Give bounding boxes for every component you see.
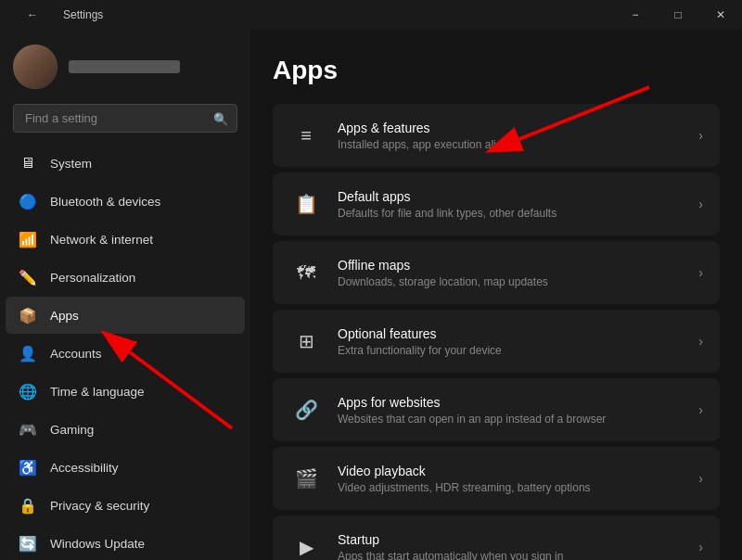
sidebar-item-label-gaming: Gaming: [50, 423, 94, 437]
sidebar-item-label-personalization: Personalization: [50, 271, 135, 285]
card-subtitle-apps-websites: Websites that can open in an app instead…: [338, 413, 606, 426]
chevron-icon-video-playback: ›: [698, 471, 703, 486]
card-apps-features[interactable]: ≡Apps & featuresInstalled apps, app exec…: [273, 104, 720, 167]
update-icon: 🔄: [19, 534, 37, 553]
back-button[interactable]: ←: [11, 0, 54, 30]
card-startup[interactable]: ▶StartupApps that start automatically wh…: [273, 515, 720, 560]
card-icon-startup: ▶: [289, 530, 323, 560]
sidebar-item-system[interactable]: 🖥System: [6, 145, 245, 182]
maximize-button[interactable]: □: [657, 0, 699, 30]
card-left-startup: ▶StartupApps that start automatically wh…: [289, 530, 563, 560]
card-apps-websites[interactable]: 🔗Apps for websitesWebsites that can open…: [273, 378, 720, 441]
card-left-apps-websites: 🔗Apps for websitesWebsites that can open…: [289, 393, 606, 426]
card-video-playback[interactable]: 🎬Video playbackVideo adjustments, HDR st…: [273, 447, 720, 510]
time-icon: 🌐: [19, 382, 37, 401]
titlebar-left: ← Settings: [11, 0, 103, 30]
card-default-apps[interactable]: 📋Default appsDefaults for file and link …: [273, 172, 720, 235]
card-icon-apps-features: ≡: [289, 119, 323, 152]
card-left-optional-features: ⊞Optional featuresExtra functionality fo…: [289, 325, 502, 358]
card-text-offline-maps: Offline mapsDownloads, storage location,…: [338, 258, 548, 288]
card-subtitle-default-apps: Defaults for file and link types, other …: [338, 207, 556, 220]
card-title-apps-features: Apps & features: [338, 121, 519, 135]
card-left-default-apps: 📋Default appsDefaults for file and link …: [289, 187, 556, 221]
card-text-video-playback: Video playbackVideo adjustments, HDR str…: [338, 464, 591, 494]
sidebar-item-label-update: Windows Update: [50, 537, 145, 551]
sidebar-item-time[interactable]: 🌐Time & language: [6, 373, 245, 410]
apps-icon: 📦: [19, 306, 37, 325]
privacy-icon: 🔒: [19, 496, 37, 515]
sidebar-item-label-accounts: Accounts: [50, 347, 102, 361]
avatar-image: [13, 45, 58, 89]
sidebar-item-label-bluetooth: Bluetooth & devices: [50, 195, 160, 209]
chevron-icon-offline-maps: ›: [698, 265, 703, 280]
card-text-startup: StartupApps that start automatically whe…: [338, 532, 563, 561]
personalization-icon: ✏️: [19, 268, 37, 286]
bluetooth-icon: 🔵: [19, 192, 37, 210]
gaming-icon: 🎮: [19, 420, 37, 439]
card-icon-video-playback: 🎬: [289, 462, 323, 495]
sidebar-item-update[interactable]: 🔄Windows Update: [6, 525, 245, 560]
card-subtitle-video-playback: Video adjustments, HDR streaming, batter…: [338, 481, 591, 494]
card-icon-apps-websites: 🔗: [289, 393, 323, 426]
sidebar-item-privacy[interactable]: 🔒Privacy & security: [6, 487, 245, 524]
card-title-video-playback: Video playback: [338, 464, 591, 478]
chevron-icon-startup: ›: [698, 540, 703, 554]
cards-container: ≡Apps & featuresInstalled apps, app exec…: [273, 104, 720, 560]
search-input[interactable]: [13, 104, 237, 133]
sidebar-item-accessibility[interactable]: ♿Accessibility: [6, 449, 245, 486]
titlebar-controls: − □ ✕: [614, 0, 742, 30]
chevron-icon-apps-features: ›: [698, 128, 703, 143]
card-left-offline-maps: 🗺Offline mapsDownloads, storage location…: [289, 256, 548, 289]
search-box: 🔍: [13, 104, 237, 133]
chevron-icon-apps-websites: ›: [698, 402, 703, 417]
sidebar-item-accounts[interactable]: 👤Accounts: [6, 335, 245, 372]
sidebar-item-network[interactable]: 📶Network & internet: [6, 221, 245, 258]
close-button[interactable]: ✕: [699, 0, 742, 30]
username: [69, 60, 180, 73]
sidebar-item-label-time: Time & language: [50, 385, 145, 399]
card-subtitle-optional-features: Extra functionality for your device: [338, 344, 502, 357]
sidebar-item-personalization[interactable]: ✏️Personalization: [6, 259, 245, 296]
card-title-default-apps: Default apps: [338, 189, 556, 204]
card-title-startup: Startup: [338, 532, 563, 547]
card-text-optional-features: Optional featuresExtra functionality for…: [338, 326, 502, 357]
user-profile: [0, 30, 250, 100]
sidebar-item-bluetooth[interactable]: 🔵Bluetooth & devices: [6, 183, 245, 220]
card-offline-maps[interactable]: 🗺Offline mapsDownloads, storage location…: [273, 241, 720, 304]
card-subtitle-offline-maps: Downloads, storage location, map updates: [338, 275, 548, 288]
titlebar: ← Settings − □ ✕: [0, 0, 742, 30]
minimize-button[interactable]: −: [614, 0, 657, 30]
chevron-icon-default-apps: ›: [698, 197, 703, 211]
titlebar-title: Settings: [63, 8, 103, 21]
card-text-apps-websites: Apps for websitesWebsites that can open …: [338, 395, 606, 426]
card-optional-features[interactable]: ⊞Optional featuresExtra functionality fo…: [273, 310, 720, 373]
system-icon: 🖥: [19, 154, 37, 172]
avatar: [13, 45, 58, 89]
network-icon: 📶: [19, 230, 37, 248]
sidebar-item-label-system: System: [50, 157, 92, 171]
main-content: Apps ≡Apps & featuresInstalled apps, app…: [250, 30, 742, 560]
card-subtitle-startup: Apps that start automatically when you s…: [338, 550, 563, 561]
sidebar-item-gaming[interactable]: 🎮Gaming: [6, 411, 245, 448]
sidebar-item-label-privacy: Privacy & security: [50, 499, 149, 513]
app-layout: 🔍 🖥System🔵Bluetooth & devices📶Network & …: [0, 30, 742, 560]
card-text-default-apps: Default appsDefaults for file and link t…: [338, 189, 556, 220]
card-subtitle-apps-features: Installed apps, app execution aliases: [338, 138, 519, 151]
card-left-video-playback: 🎬Video playbackVideo adjustments, HDR st…: [289, 462, 591, 495]
page-title: Apps: [273, 56, 720, 85]
card-icon-optional-features: ⊞: [289, 325, 323, 358]
card-title-optional-features: Optional features: [338, 326, 502, 341]
chevron-icon-optional-features: ›: [698, 334, 703, 349]
sidebar-item-label-apps: Apps: [50, 309, 79, 323]
card-text-apps-features: Apps & featuresInstalled apps, app execu…: [338, 121, 519, 151]
card-title-apps-websites: Apps for websites: [338, 395, 606, 410]
card-icon-offline-maps: 🗺: [289, 256, 323, 289]
card-icon-default-apps: 📋: [289, 187, 323, 221]
sidebar-item-label-accessibility: Accessibility: [50, 461, 119, 475]
search-icon: 🔍: [213, 111, 228, 125]
sidebar-item-apps[interactable]: 📦Apps: [6, 297, 245, 334]
sidebar: 🔍 🖥System🔵Bluetooth & devices📶Network & …: [0, 30, 250, 560]
accessibility-icon: ♿: [19, 458, 37, 477]
card-left-apps-features: ≡Apps & featuresInstalled apps, app exec…: [289, 119, 519, 152]
sidebar-item-label-network: Network & internet: [50, 233, 153, 247]
